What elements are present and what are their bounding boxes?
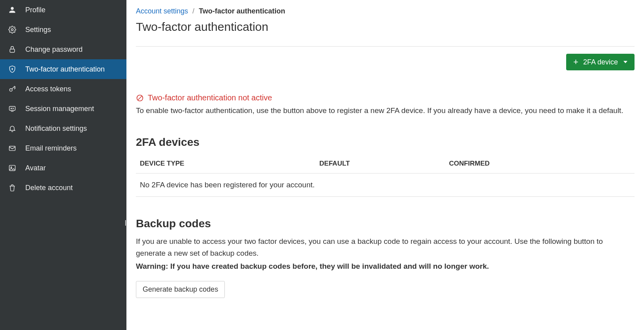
image-icon: [8, 164, 17, 172]
generate-backup-codes-button[interactable]: Generate backup codes: [136, 281, 225, 298]
svg-point-7: [11, 108, 12, 109]
sidebar-item-label: Session management: [25, 105, 94, 113]
sidebar-item-settings[interactable]: Settings: [0, 20, 126, 40]
breadcrumb-parent-link[interactable]: Account settings: [136, 7, 188, 15]
devices-table-header-row: DEVICE TYPE DEFAULT CONFIRMED: [136, 154, 635, 173]
sidebar-item-change-password[interactable]: Change password: [0, 40, 126, 59]
sidebar-item-label: Change password: [25, 45, 83, 54]
devices-empty-message: No 2FA device has been registered for yo…: [136, 173, 635, 197]
add-2fa-device-button[interactable]: + 2FA device: [566, 54, 635, 70]
session-icon: [8, 104, 17, 113]
chevron-down-icon: [623, 61, 627, 63]
alert-title: Two-factor authentication not active: [148, 93, 272, 102]
alert-not-active: Two-factor authentication not active: [136, 93, 635, 102]
sidebar-item-label: Avatar: [25, 164, 46, 172]
svg-point-0: [11, 29, 13, 31]
mail-icon: [8, 144, 17, 153]
sidebar-item-access-tokens[interactable]: Access tokens: [0, 79, 126, 99]
toolbar: + 2FA device: [136, 54, 635, 70]
sidebar-item-two-factor-authentication[interactable]: Two-factor authentication: [0, 59, 126, 79]
gear-icon: [8, 25, 17, 34]
prohibited-icon: [136, 94, 144, 102]
backup-warning-label: Warning:: [136, 262, 168, 270]
col-confirmed: CONFIRMED: [445, 154, 635, 173]
user-icon: [8, 6, 17, 14]
sidebar-item-label: Settings: [25, 26, 51, 34]
svg-point-10: [11, 167, 12, 168]
backup-codes-warning: Warning: If you have created backup code…: [136, 260, 635, 272]
svg-rect-8: [9, 146, 15, 151]
plus-icon: +: [573, 58, 578, 66]
backup-warning-text: If you have created backup codes before,…: [170, 262, 489, 270]
sidebar-item-email-reminders[interactable]: Email reminders: [0, 138, 126, 158]
main-content: Account settings / Two-factor authentica…: [126, 0, 644, 330]
breadcrumb: Account settings / Two-factor authentica…: [136, 7, 635, 15]
sidebar-item-label: Email reminders: [25, 144, 77, 153]
col-device-type: DEVICE TYPE: [136, 154, 315, 173]
devices-table: DEVICE TYPE DEFAULT CONFIRMED No 2FA dev…: [136, 154, 635, 197]
sidebar-item-session-management[interactable]: Session management: [0, 99, 126, 119]
devices-table-empty-row: No 2FA device has been registered for yo…: [136, 173, 635, 197]
sidebar: Profile Settings Change password Two-fac…: [0, 0, 126, 330]
alert-description: To enable two-factor authentication, use…: [136, 105, 635, 116]
breadcrumb-separator: /: [192, 7, 194, 15]
sidebar-item-profile[interactable]: Profile: [0, 0, 126, 20]
sidebar-item-avatar[interactable]: Avatar: [0, 158, 126, 178]
sidebar-item-delete-account[interactable]: Delete account: [0, 178, 126, 198]
backup-codes-heading: Backup codes: [136, 217, 635, 230]
lock-icon: [8, 45, 17, 54]
sidebar-item-notification-settings[interactable]: Notification settings: [0, 119, 126, 138]
page-title: Two-factor authentication: [136, 20, 635, 47]
svg-rect-1: [10, 49, 15, 52]
shield-icon: [8, 65, 17, 74]
add-2fa-device-button-label: 2FA device: [583, 58, 618, 66]
key-icon: [8, 85, 17, 93]
breadcrumb-current: Two-factor authentication: [199, 7, 285, 15]
backup-codes-description: If you are unable to access your two fac…: [136, 236, 635, 259]
devices-heading: 2FA devices: [136, 136, 635, 149]
sidebar-item-label: Delete account: [25, 184, 73, 192]
sidebar-item-label: Access tokens: [25, 85, 71, 93]
trash-icon: [8, 183, 17, 192]
svg-line-12: [138, 96, 142, 100]
svg-point-2: [12, 68, 13, 69]
svg-point-4: [9, 89, 12, 91]
svg-rect-9: [9, 165, 15, 170]
sidebar-item-label: Notification settings: [25, 124, 87, 133]
sidebar-item-label: Profile: [25, 6, 45, 14]
bell-icon: [8, 124, 17, 133]
col-default: DEFAULT: [315, 154, 445, 173]
sidebar-item-label: Two-factor authentication: [25, 65, 105, 74]
svg-rect-5: [9, 106, 15, 110]
